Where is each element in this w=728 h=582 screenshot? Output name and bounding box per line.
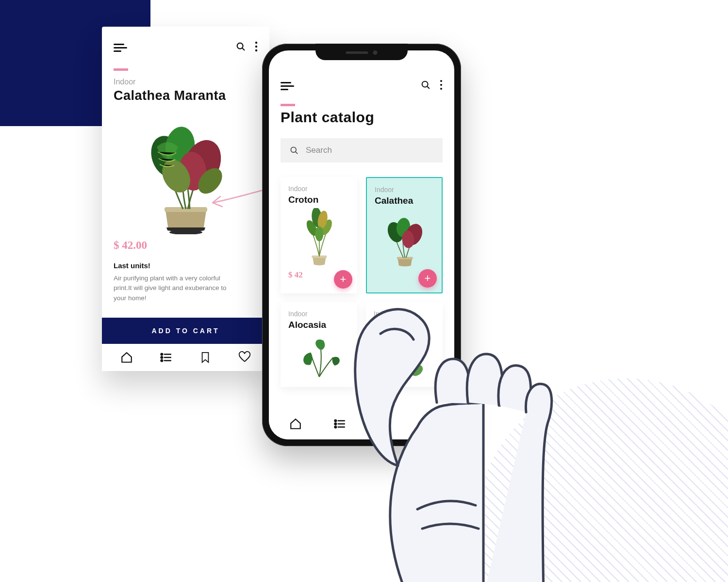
card-name: Croton [288, 194, 350, 205]
svg-line-1 [242, 48, 244, 50]
product-description: Air purifying plant with a very colorful… [114, 274, 240, 303]
search-input[interactable]: Search [281, 138, 443, 162]
card-image [288, 208, 350, 266]
catalog-card-potus[interactable]: Indoor Potus [366, 302, 443, 387]
card-category: Indoor [374, 310, 436, 318]
search-icon[interactable] [420, 80, 431, 92]
svg-point-42 [401, 350, 406, 358]
phone-device: Plant catalog Search Indoor Croton [262, 44, 461, 446]
catalog-screen: Plant catalog Search Indoor Croton [269, 50, 454, 439]
menu-icon[interactable] [281, 82, 294, 90]
search-placeholder: Search [306, 146, 332, 155]
search-icon [289, 146, 299, 155]
catalog-title: Plant catalog [281, 109, 443, 126]
accent-dash [281, 104, 295, 106]
svg-line-25 [296, 152, 298, 154]
card-name: Calathea [375, 195, 435, 206]
svg-point-15 [161, 356, 162, 358]
detail-bottom-nav [102, 344, 269, 371]
background-stripes [476, 378, 728, 582]
catalog-bottom-nav [269, 408, 454, 439]
more-icon[interactable] [255, 41, 258, 54]
add-to-cart-button[interactable]: ADD TO CART [102, 318, 269, 344]
svg-point-23 [440, 88, 442, 90]
catalog-card-croton[interactable]: Indoor Croton [281, 177, 357, 293]
add-button[interactable]: + [334, 270, 352, 289]
heart-icon[interactable] [238, 351, 251, 364]
svg-point-13 [161, 354, 162, 355]
svg-point-46 [334, 423, 336, 424]
card-category: Indoor [288, 310, 350, 318]
accent-dash [114, 68, 128, 71]
svg-point-17 [161, 360, 162, 361]
catalog-card-calathea[interactable]: Indoor Calathea [366, 177, 443, 293]
add-button[interactable]: + [418, 269, 437, 288]
card-category: Indoor [288, 185, 350, 193]
catalog-grid: Indoor Croton [281, 177, 443, 387]
card-price: $ 42 [288, 270, 303, 280]
svg-point-4 [255, 49, 257, 51]
product-price: $ 42.00 [114, 239, 258, 252]
more-icon[interactable] [440, 80, 443, 92]
home-icon[interactable] [120, 351, 133, 364]
svg-point-2 [255, 42, 257, 44]
card-image [374, 333, 436, 382]
card-image [288, 333, 350, 382]
list-icon[interactable] [333, 418, 346, 430]
catalog-card-alocasia[interactable]: Indoor Alocasia [281, 302, 357, 387]
product-image [114, 103, 258, 234]
product-category: Indoor [114, 78, 258, 86]
svg-point-21 [440, 80, 442, 82]
svg-point-48 [334, 426, 336, 428]
list-icon[interactable] [160, 351, 172, 364]
home-icon[interactable] [289, 418, 302, 430]
stock-status: Last units! [114, 261, 258, 270]
menu-icon[interactable] [114, 44, 127, 52]
card-image [375, 209, 435, 267]
search-icon[interactable] [235, 41, 246, 54]
detail-topbar [114, 41, 258, 54]
svg-point-3 [255, 46, 257, 48]
svg-line-20 [427, 86, 429, 88]
card-category: Indoor [375, 186, 435, 194]
bookmark-icon[interactable] [199, 351, 212, 364]
catalog-topbar [281, 80, 443, 92]
product-detail-screen: Indoor Calathea Maranta [102, 27, 269, 371]
product-title: Calathea Maranta [114, 88, 258, 103]
card-name: Potus [374, 320, 436, 330]
bookmark-icon[interactable] [377, 418, 390, 430]
svg-point-22 [440, 84, 442, 86]
card-name: Alocasia [288, 320, 350, 330]
svg-point-31 [315, 226, 323, 242]
svg-point-44 [334, 420, 336, 421]
